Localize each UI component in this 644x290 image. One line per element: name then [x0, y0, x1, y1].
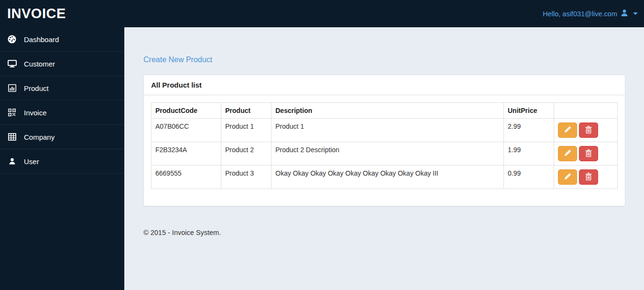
user-dropdown-toggle[interactable]: Hello, asif031@live.com [543, 9, 638, 18]
trash-icon [585, 173, 592, 182]
cell-unit-price: 1.99 [504, 142, 554, 166]
delete-button[interactable] [579, 169, 598, 185]
table-header-row: ProductCode Product Description UnitPric… [152, 103, 618, 119]
col-header-description: Description [272, 103, 504, 119]
sidebar-nav: Dashboard Customer Product [0, 27, 124, 290]
sidebar-item-company[interactable]: Company [0, 125, 124, 149]
col-header-actions [554, 103, 618, 119]
cell-description: Product 2 Description [272, 142, 504, 166]
trash-icon [585, 149, 592, 158]
user-greeting: Hello, asif031@live.com [543, 10, 617, 18]
table-row: A07B06CC Product 1 Product 1 2.99 [152, 119, 618, 142]
delete-button[interactable] [579, 146, 598, 161]
col-header-product: Product [221, 103, 272, 119]
table-grid-icon [7, 133, 17, 141]
sidebar-item-user[interactable]: User [0, 149, 124, 174]
col-header-productcode: ProductCode [152, 103, 221, 119]
pencil-icon [564, 173, 571, 181]
sidebar-item-label: Company [24, 133, 55, 141]
main-content: Create New Product All Product list Prod… [124, 27, 644, 290]
trash-icon [585, 126, 592, 135]
sidebar-item-invoice[interactable]: Invoice [0, 100, 124, 125]
edit-button[interactable] [558, 169, 577, 185]
cell-description: Okay Okay Okay Okay Okay Okay Okay Okay … [272, 166, 504, 189]
product-table: ProductCode Product Description UnitPric… [151, 102, 618, 189]
cell-product-code: 6669555 [152, 166, 221, 189]
copyright-footer: © 2015 - Invoice System. [143, 229, 625, 236]
top-navbar: INVOICE Hello, asif031@live.com [0, 0, 644, 27]
cell-unit-price: 0.99 [504, 166, 554, 189]
product-list-panel: All Product list ProductCode Product Des… [143, 75, 625, 206]
sidebar-item-label: User [24, 157, 39, 166]
bar-chart-icon [7, 84, 17, 92]
chevron-down-icon [633, 12, 638, 15]
cell-actions [554, 166, 618, 189]
edit-button[interactable] [558, 146, 577, 161]
create-new-product-link[interactable]: Create New Product [143, 56, 212, 64]
pencil-icon [564, 126, 571, 134]
delete-button[interactable] [579, 123, 598, 138]
dashboard-gauge-icon [7, 35, 17, 44]
cell-actions [554, 142, 618, 166]
cell-product-code: F2B3234A [152, 142, 221, 166]
sidebar-item-label: Invoice [24, 109, 47, 117]
sidebar-item-label: Product [24, 84, 49, 92]
col-header-unitprice: UnitPrice [504, 103, 554, 119]
panel-title: All Product list [144, 75, 625, 95]
edit-button[interactable] [558, 123, 577, 138]
cell-product-code: A07B06CC [152, 119, 221, 142]
user-avatar-icon [621, 9, 628, 18]
table-row: 6669555 Product 3 Okay Okay Okay Okay Ok… [152, 166, 618, 189]
qrcode-icon [7, 109, 17, 116]
cell-product: Product 1 [221, 119, 272, 142]
person-icon [7, 157, 17, 165]
sidebar-item-label: Customer [24, 60, 55, 68]
cell-unit-price: 2.99 [504, 119, 554, 142]
sidebar-item-dashboard[interactable]: Dashboard [0, 27, 124, 52]
desktop-icon [7, 60, 17, 67]
pencil-icon [564, 149, 571, 158]
sidebar-item-label: Dashboard [24, 35, 59, 44]
sidebar-item-customer[interactable]: Customer [0, 52, 124, 76]
cell-description: Product 1 [272, 119, 504, 142]
table-row: F2B3234A Product 2 Product 2 Description… [152, 142, 618, 166]
cell-actions [554, 119, 618, 142]
app-logo[interactable]: INVOICE [7, 6, 66, 22]
sidebar-item-product[interactable]: Product [0, 76, 124, 100]
cell-product: Product 3 [221, 166, 272, 189]
cell-product: Product 2 [221, 142, 272, 166]
